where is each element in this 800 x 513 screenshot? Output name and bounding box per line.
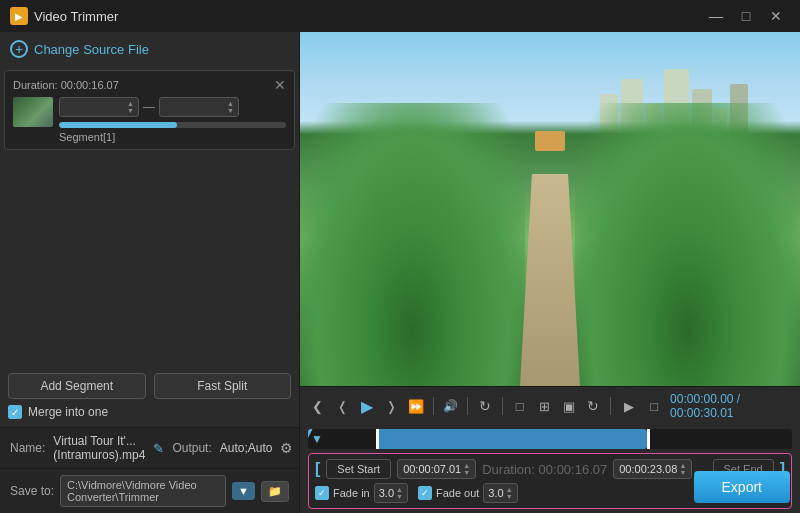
open-folder-button[interactable]: 📁 bbox=[261, 481, 289, 502]
skip-back-button[interactable]: ❮ bbox=[308, 395, 328, 417]
main-layout: + Change Source File Duration: 00:00:16.… bbox=[0, 32, 800, 513]
merge-checkbox[interactable]: ✓ bbox=[8, 405, 22, 419]
timeline-track[interactable]: ▼ bbox=[308, 429, 792, 449]
save-path: C:\Vidmore\Vidmore Video Converter\Trimm… bbox=[60, 475, 226, 507]
plus-icon: + bbox=[10, 40, 28, 58]
time-separator: — bbox=[143, 100, 155, 114]
fade-out-down[interactable]: ▼ bbox=[506, 493, 513, 500]
timeline-marker-right bbox=[647, 429, 650, 449]
rotate-button[interactable]: ↻ bbox=[584, 395, 604, 417]
save-row: Save to: C:\Vidmore\Vidmore Video Conver… bbox=[0, 468, 299, 513]
end-time-up[interactable]: ▲ bbox=[227, 100, 234, 107]
fade-out-checkbox[interactable]: ✓ bbox=[418, 486, 432, 500]
ctrl-divider-2 bbox=[467, 397, 468, 415]
total-time: 00:00:30.01 bbox=[670, 406, 733, 420]
segment-close-button[interactable]: ✕ bbox=[274, 77, 286, 93]
merge-label: Merge into one bbox=[28, 405, 108, 419]
edit-name-icon[interactable]: ✎ bbox=[153, 441, 164, 456]
browse-path-button[interactable]: ▼ bbox=[232, 482, 255, 500]
volume-button[interactable]: 🔊 bbox=[441, 395, 461, 417]
end-time-input[interactable]: 00:00:23.08 ▲ ▼ bbox=[159, 97, 239, 117]
start-time-spinner[interactable]: ▲ ▼ bbox=[127, 100, 134, 114]
fade-out-item: ✓ Fade out 3.0 ▲ ▼ bbox=[418, 483, 518, 503]
window-controls: — □ ✕ bbox=[702, 2, 790, 30]
loop-button[interactable]: ↻ bbox=[475, 395, 495, 417]
title-bar: ▶ Video Trimmer — □ ✕ bbox=[0, 0, 800, 32]
add-segment-button[interactable]: Add Segment bbox=[8, 373, 146, 399]
end-time-down[interactable]: ▼ bbox=[227, 107, 234, 114]
current-time: 00:00:00.00 bbox=[670, 392, 733, 406]
left-bottom: Add Segment Fast Split ✓ Merge into one bbox=[0, 365, 299, 427]
segment-thumbnail bbox=[13, 97, 53, 127]
right-panel: ❮ ❬ ▶ ❭ ⏩ 🔊 ↻ □ ⊞ ▣ ↻ ▶ □ 00:00:00.00 bbox=[300, 32, 800, 513]
trim-end-up[interactable]: ▲ bbox=[679, 462, 686, 469]
merge-row: ✓ Merge into one bbox=[8, 405, 291, 419]
timeline-fill bbox=[376, 429, 647, 449]
segment-header: Duration: 00:00:16.07 ✕ bbox=[13, 77, 286, 93]
end-time-spinner[interactable]: ▲ ▼ bbox=[227, 100, 234, 114]
preview-play-button[interactable]: ▶ bbox=[618, 395, 640, 417]
name-output-row: Name: Virtual Tour It'...(Intramuros).mp… bbox=[0, 427, 299, 468]
segment-item: Duration: 00:00:16.07 ✕ 00:00:07.01 bbox=[4, 70, 295, 150]
trim-start-down[interactable]: ▼ bbox=[463, 469, 470, 476]
trim-start-time[interactable]: 00:00:07.01 ▲ ▼ bbox=[397, 459, 476, 479]
maximize-button[interactable]: □ bbox=[732, 2, 760, 30]
export-button[interactable]: Export bbox=[694, 471, 790, 503]
start-time-input[interactable]: 00:00:07.01 ▲ ▼ bbox=[59, 97, 139, 117]
start-time-up[interactable]: ▲ bbox=[127, 100, 134, 107]
fade-in-up[interactable]: ▲ bbox=[396, 486, 403, 493]
segment-bar-fill bbox=[59, 122, 177, 128]
name-value: Virtual Tour It'...(Intramuros).mp4 bbox=[53, 434, 145, 462]
trim-end-spinner[interactable]: ▲ ▼ bbox=[679, 462, 686, 476]
fit-button[interactable]: ⊞ bbox=[534, 395, 554, 417]
save-label: Save to: bbox=[10, 484, 54, 498]
time-display: 00:00:00.00 / 00:00:30.01 bbox=[670, 392, 792, 420]
trim-start-spinner[interactable]: ▲ ▼ bbox=[463, 462, 470, 476]
title-left: ▶ Video Trimmer bbox=[10, 7, 118, 25]
change-source-label: Change Source File bbox=[34, 42, 149, 57]
video-monument bbox=[535, 131, 565, 151]
ctrl-divider-3 bbox=[502, 397, 503, 415]
set-start-button[interactable]: Set Start bbox=[326, 459, 391, 479]
fade-out-label: Fade out bbox=[436, 487, 479, 499]
fade-out-value[interactable]: 3.0 ▲ ▼ bbox=[483, 483, 517, 503]
playback-bar: ❮ ❬ ▶ ❭ ⏩ 🔊 ↻ □ ⊞ ▣ ↻ ▶ □ 00:00:00.00 bbox=[300, 386, 800, 425]
left-panel: + Change Source File Duration: 00:00:16.… bbox=[0, 32, 300, 513]
start-time-field[interactable]: 00:00:07.01 bbox=[64, 101, 124, 113]
crop-button[interactable]: □ bbox=[510, 395, 530, 417]
start-time-down[interactable]: ▼ bbox=[127, 107, 134, 114]
segment-content: 00:00:07.01 ▲ ▼ — 00:00:23.08 ▲ bbox=[13, 97, 286, 143]
trim-duration-label: Duration: 00:00:16.07 bbox=[482, 462, 607, 477]
segment-label: Segment[1] bbox=[59, 131, 286, 143]
prev-frame-button[interactable]: ❬ bbox=[333, 395, 353, 417]
preview-capture-button[interactable]: □ bbox=[643, 395, 665, 417]
fade-in-checkbox[interactable]: ✓ bbox=[315, 486, 329, 500]
preview-ctrl-group: ▶ □ bbox=[618, 395, 665, 417]
output-label: Output: bbox=[172, 441, 211, 455]
close-button[interactable]: ✕ bbox=[762, 2, 790, 30]
end-time-field[interactable]: 00:00:23.08 bbox=[164, 101, 224, 113]
ctrl-divider-1 bbox=[433, 397, 434, 415]
next-frame-button[interactable]: ❭ bbox=[382, 395, 402, 417]
fade-in-down[interactable]: ▼ bbox=[396, 493, 403, 500]
filter-icon: ▼ bbox=[311, 432, 323, 446]
screenshot-button[interactable]: ▣ bbox=[559, 395, 579, 417]
change-source-button[interactable]: + Change Source File bbox=[0, 32, 299, 66]
ctrl-divider-4 bbox=[610, 397, 611, 415]
play-button[interactable]: ▶ bbox=[357, 395, 377, 417]
output-value: Auto;Auto bbox=[220, 441, 273, 455]
fade-in-item: ✓ Fade in 3.0 ▲ ▼ bbox=[315, 483, 408, 503]
trim-end-time[interactable]: 00:00:23.08 ▲ ▼ bbox=[613, 459, 692, 479]
fade-out-up[interactable]: ▲ bbox=[506, 486, 513, 493]
fade-in-value[interactable]: 3.0 ▲ ▼ bbox=[374, 483, 408, 503]
trim-start-up[interactable]: ▲ bbox=[463, 462, 470, 469]
fast-split-button[interactable]: Fast Split bbox=[154, 373, 292, 399]
output-settings-icon[interactable]: ⚙ bbox=[280, 440, 293, 456]
fade-out-spinner[interactable]: ▲ ▼ bbox=[506, 486, 513, 500]
segment-times: 00:00:07.01 ▲ ▼ — 00:00:23.08 ▲ bbox=[59, 97, 286, 117]
fade-in-spinner[interactable]: ▲ ▼ bbox=[396, 486, 403, 500]
trim-end-down[interactable]: ▼ bbox=[679, 469, 686, 476]
minimize-button[interactable]: — bbox=[702, 2, 730, 30]
trim-bracket-left: [ bbox=[315, 460, 320, 478]
skip-forward-button[interactable]: ⏩ bbox=[406, 395, 426, 417]
